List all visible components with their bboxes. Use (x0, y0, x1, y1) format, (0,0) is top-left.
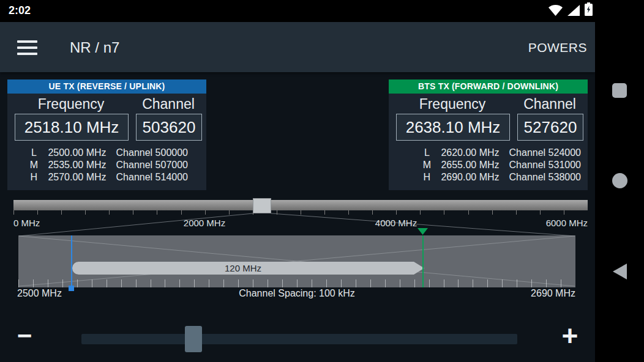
app-bar: NR / n7 POWERS (0, 22, 595, 72)
bts-limit-row-mid: M 2655.00 MHz Channel 531000 (389, 159, 588, 171)
zoom-slider-handle[interactable] (185, 326, 202, 352)
recents-button[interactable] (612, 83, 627, 98)
screen: 2:02 NR / n7 POWERS UE TX (REVERSE / UPL… (0, 0, 644, 362)
ue-limit-row-mid: M 2535.00 MHz Channel 507000 (7, 159, 206, 171)
status-bar: 2:02 (0, 0, 644, 22)
limit-letter: M (29, 159, 38, 171)
limit-frequency: 2500.00 MHz (48, 147, 106, 159)
limit-channel: Channel 507000 (116, 159, 188, 171)
home-button[interactable] (612, 173, 627, 188)
scale-label-4000: 4000 MHz (365, 218, 427, 228)
bts-channel-input[interactable]: 527620 (517, 114, 583, 141)
limit-channel: Channel 524000 (509, 147, 581, 159)
wifi-icon (549, 5, 563, 18)
limit-letter: L (422, 147, 431, 159)
status-time: 2:02 (9, 4, 31, 17)
bts-channel-label: Channel (517, 96, 582, 113)
downlink-marker[interactable] (422, 235, 424, 287)
limit-frequency: 2690.00 MHz (441, 171, 499, 183)
viewport-indicator[interactable] (253, 198, 271, 213)
band-labels: 2500 MHz Channel Spacing: 100 kHz 2690 M… (18, 288, 575, 300)
bandwidth-label: 120 MHz (225, 263, 261, 273)
bts-frequency-label: Frequency (396, 96, 509, 113)
menu-icon[interactable] (17, 40, 37, 55)
limit-channel: Channel 538000 (509, 171, 581, 183)
bts-limit-row-high: H 2690.00 MHz Channel 538000 (389, 171, 588, 183)
scale-label-0: 0 MHz (13, 218, 40, 228)
zoom-out-button[interactable]: − (11, 322, 38, 350)
overview-scale-ticks (13, 210, 588, 215)
bandwidth-pill: 120 MHz (72, 262, 414, 275)
ue-frequency-label: Frequency (15, 96, 127, 113)
ue-band-limits: L 2500.00 MHz Channel 500000 M 2535.00 M… (7, 147, 206, 183)
band-end-label: 2690 MHz (531, 288, 575, 299)
scale-label-2000: 2000 MHz (174, 218, 235, 228)
band-tick-marks (18, 279, 575, 287)
limit-letter: H (29, 171, 38, 183)
bts-tx-header: BTS TX (FORWARD / DOWNLINK) (389, 79, 588, 94)
limit-letter: L (29, 147, 38, 159)
android-nav-bar (595, 0, 644, 362)
zoom-in-button[interactable]: + (555, 320, 585, 351)
ue-channel-label: Channel (136, 96, 201, 113)
battery-charging-icon (585, 2, 593, 18)
overview-scale-bar (13, 200, 588, 210)
signal-icon (567, 5, 580, 18)
back-icon[interactable] (613, 264, 627, 279)
ue-tx-panel: UE TX (REVERSE / UPLINK) Frequency Chann… (7, 79, 206, 190)
page-title: NR / n7 (70, 39, 119, 56)
limit-frequency: 2570.00 MHz (48, 171, 106, 183)
bts-frequency-input[interactable]: 2638.10 MHz (396, 114, 510, 141)
ue-channel-input[interactable]: 503620 (136, 114, 202, 141)
status-icons (549, 5, 593, 18)
limit-channel: Channel 500000 (116, 147, 188, 159)
limit-letter: H (422, 171, 431, 183)
ue-tx-header: UE TX (REVERSE / UPLINK) (7, 79, 206, 94)
limit-frequency: 2535.00 MHz (48, 159, 106, 171)
limit-frequency: 2620.00 MHz (441, 147, 499, 159)
ue-frequency-input[interactable]: 2518.10 MHz (15, 114, 129, 141)
spectrum-overview: 0 MHz 2000 MHz 4000 MHz 6000 MHz (13, 199, 588, 228)
bts-band-limits: L 2620.00 MHz Channel 524000 M 2655.00 M… (389, 147, 588, 183)
ue-limit-row-high: H 2570.00 MHz Channel 514000 (7, 171, 206, 183)
ue-limit-row-low: L 2500.00 MHz Channel 500000 (7, 147, 206, 159)
bts-limit-row-low: L 2620.00 MHz Channel 524000 (389, 147, 588, 159)
band-detail-view[interactable]: 120 MHz (18, 235, 575, 287)
scale-label-6000: 6000 MHz (546, 218, 588, 228)
bts-tx-panel: BTS TX (FORWARD / DOWNLINK) Frequency Ch… (389, 79, 588, 190)
limit-frequency: 2655.00 MHz (441, 159, 499, 171)
limit-letter: M (422, 159, 431, 171)
downlink-marker-handle[interactable] (417, 228, 428, 235)
channel-spacing-label: Channel Spacing: 100 kHz (18, 288, 575, 299)
zoom-slider-track[interactable] (81, 334, 517, 344)
limit-channel: Channel 531000 (509, 159, 581, 171)
limit-channel: Channel 514000 (116, 171, 188, 183)
powers-button[interactable]: POWERS (528, 40, 587, 55)
uplink-marker[interactable] (71, 235, 72, 287)
